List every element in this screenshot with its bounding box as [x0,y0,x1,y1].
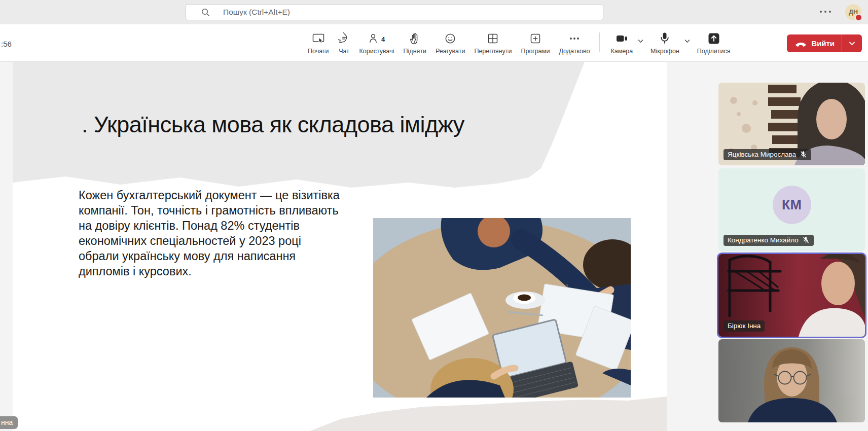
mic-muted-icon [800,151,807,158]
mic-muted-icon [802,236,810,244]
avatar[interactable]: ДН [845,4,861,20]
view-button[interactable]: Переглянути [469,24,516,55]
slide-title: . Українська мова як складова іміджу [82,112,464,138]
participant-name-label: Бірюк Інна [724,320,765,332]
participants-count: 4 [381,35,385,43]
camera-options-chevron-icon[interactable] [637,38,644,44]
share-button[interactable]: Поділитися [693,24,735,55]
share-screen-icon [312,31,325,46]
search-input[interactable]: Пошук (Ctrl+Alt+E) [186,4,603,20]
call-timer: :56 [1,40,12,48]
raised-hand-icon [409,31,420,46]
toolbar-label: Почати [308,48,329,55]
chat-button[interactable]: Чат [334,24,355,55]
grid-view-icon [487,31,499,46]
toolbar-label: Мікрофон [650,48,679,55]
corner-participant-label: нна [0,416,18,429]
search-placeholder: Пошук (Ctrl+Alt+E) [223,8,290,17]
teams-meeting-window: Пошук (Ctrl+Alt+E) ДН :56 Почати [0,0,868,431]
apps-plus-icon [529,31,541,46]
video-tile-participant-2[interactable]: КМ Кондратенко Михайло [718,168,865,251]
presence-busy-icon [855,14,862,21]
shared-slide: . Українська мова як складова іміджу Кож… [13,62,667,431]
toolbar-label: Програми [521,48,550,55]
video-tile-participant-3[interactable]: Бірюк Інна [718,254,865,337]
leave-label: Вийти [811,39,835,48]
toolbar-label: Користувачі [359,48,394,55]
toolbar-separator [599,32,600,52]
meeting-stage: . Українська мова як складова іміджу Кож… [0,62,868,431]
more-options-icon[interactable] [820,11,831,13]
toolbar-label: Підняти [404,48,426,55]
camera-button[interactable]: Камера [606,24,637,55]
participant-name-label: Кондратенко Михайло [724,235,814,246]
participants-button[interactable]: 4 Користувачі [355,24,399,55]
chat-bubble-icon [338,31,350,46]
title-bar: Пошук (Ctrl+Alt+E) ДН [0,0,868,24]
leave-button[interactable]: Вийти [787,34,862,52]
people-icon: 4 [369,31,385,46]
microphone-filled-icon [659,31,671,46]
smiley-icon [444,31,456,46]
video-tile-participant-3-speaking[interactable]: Бірюк Інна [717,253,866,338]
participant-video [718,339,865,422]
camera-filled-icon [616,31,628,46]
toolbar-label: Додатково [559,48,590,55]
participant-name-label: Яцківська Мирослава [724,149,811,160]
react-button[interactable]: Реагувати [431,24,469,55]
toolbar-label: Чат [339,48,349,55]
hang-up-icon [795,40,807,47]
start-presenting-button[interactable]: Почати [303,24,334,55]
toolbar-label: Переглянути [474,48,512,55]
video-tile-participant-1[interactable]: Яцківська Мирослава [718,83,865,165]
more-actions-button[interactable]: Додатково [554,24,594,55]
toolbar-label: Реагувати [436,48,465,55]
toolbar-label: Поділитися [697,48,731,55]
leave-options-chevron-icon[interactable] [842,40,862,47]
microphone-button[interactable]: Мікрофон [646,24,684,55]
microphone-options-chevron-icon[interactable] [684,38,691,44]
share-tray-icon [708,31,720,46]
participant-initials-avatar: КМ [773,186,811,224]
meeting-toolbar: :56 Почати [0,24,868,62]
raise-hand-button[interactable]: Підняти [399,24,431,55]
search-icon [201,8,210,17]
apps-button[interactable]: Програми [516,24,554,55]
slide-body-text: Кожен бухгалтерський документ — це візит… [79,188,344,279]
slide-photo-business-meeting [373,218,631,398]
ellipsis-icon [568,31,581,46]
toolbar-label: Камера [610,48,633,55]
video-tile-participant-4[interactable] [718,339,865,422]
